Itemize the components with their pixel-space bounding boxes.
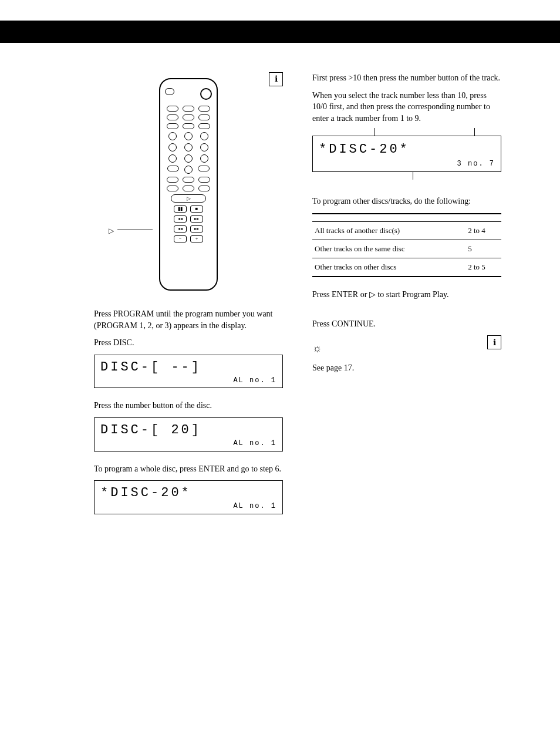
cell: 2 to 4 bbox=[465, 221, 501, 240]
intro-2: When you select the track number less th… bbox=[312, 90, 501, 124]
cell: 5 bbox=[465, 240, 501, 258]
display-panel-right: *DISC-20* 3 no. 7 bbox=[312, 136, 501, 172]
cell: Other tracks on other discs bbox=[312, 258, 465, 277]
step-enter-text: Press ENTER or ▷ to start Program Play. bbox=[312, 289, 501, 301]
left-column: ℹ ▷ ▮▮■ ◂◂▸▸ ◂◂▸▸ bbox=[94, 66, 283, 526]
display-sub: 3 no. 7 bbox=[319, 159, 495, 169]
display-main: DISC-[ 20] bbox=[100, 422, 276, 440]
program-steps-table: All tracks of another disc(s) 2 to 4 Oth… bbox=[312, 213, 501, 278]
play-button-icon: ▷ bbox=[171, 194, 206, 203]
remote-btn bbox=[165, 88, 174, 95]
tip-ref-text: See page 17. bbox=[312, 362, 354, 374]
callout-line bbox=[117, 230, 153, 230]
display-sub: AL no. 1 bbox=[100, 501, 276, 511]
step-3-text: Press the number button of the disc. bbox=[94, 400, 283, 412]
tip-icon: ☼ bbox=[312, 341, 354, 356]
step-6-text: To program other discs/tracks, do the fo… bbox=[312, 196, 501, 207]
display-sub: AL no. 1 bbox=[100, 376, 276, 386]
step-2-text: Press DISC. bbox=[94, 337, 283, 349]
display-main: *DISC-20* bbox=[319, 141, 495, 159]
table-row: Other tracks on other discs 2 to 5 bbox=[312, 258, 501, 277]
remote-btn bbox=[200, 88, 212, 100]
cell: Other tracks on the same disc bbox=[312, 240, 465, 258]
play-callout-icon bbox=[109, 226, 114, 236]
intro-1: First press >10 then press the number bu… bbox=[312, 72, 501, 84]
cell: All tracks of another disc(s) bbox=[312, 221, 465, 240]
table-row: Other tracks on the same disc 5 bbox=[312, 240, 501, 258]
cell: 2 to 5 bbox=[465, 258, 501, 277]
display-panel-1: DISC-[ --] AL no. 1 bbox=[94, 355, 283, 389]
step-1-text: Press PROGRAM until the program number y… bbox=[94, 308, 283, 331]
remote-usable-icon: ℹ bbox=[487, 335, 501, 349]
display-panel-3: *DISC-20* AL no. 1 bbox=[94, 480, 283, 514]
display-sub: AL no. 1 bbox=[100, 439, 276, 449]
header-bar bbox=[0, 21, 560, 43]
display-main: DISC-[ --] bbox=[100, 359, 276, 377]
step-cancel-text: Press CONTINUE. bbox=[312, 318, 501, 330]
step-4-text: To program a whole disc, press ENTER and… bbox=[94, 463, 283, 475]
remote-usable-icon: ℹ bbox=[269, 72, 283, 86]
table-row: All tracks of another disc(s) 2 to 4 bbox=[312, 221, 501, 240]
display-panel-2: DISC-[ 20] AL no. 1 bbox=[94, 417, 283, 452]
remote-control-diagram: ▷ ▮▮■ ◂◂▸▸ ◂◂▸▸ −+ bbox=[159, 78, 218, 291]
right-column: First press >10 then press the number bu… bbox=[312, 66, 501, 526]
display-main: *DISC-20* bbox=[100, 484, 276, 503]
